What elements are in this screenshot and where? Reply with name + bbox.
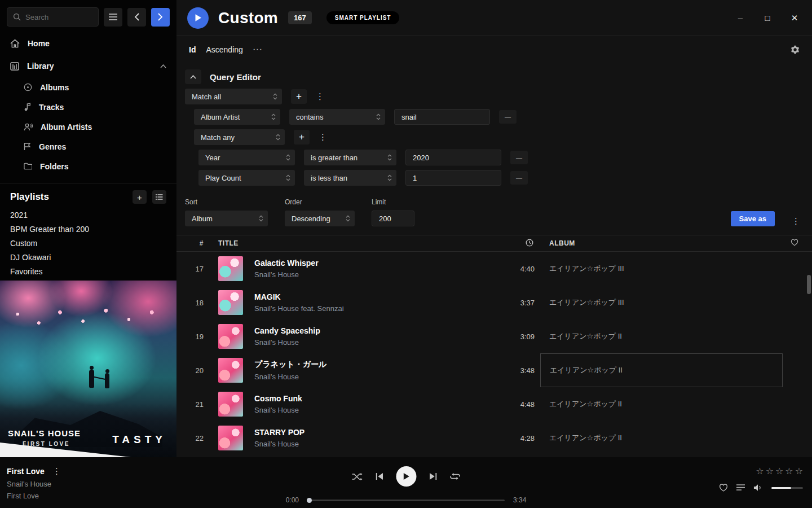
match-mode-select[interactable]: Match any [194, 129, 285, 145]
rule-value-input[interactable] [394, 109, 490, 125]
track-artwork-thumbnail [218, 290, 243, 315]
track-artist: Snail's House [254, 270, 489, 279]
add-rule-button[interactable]: + [291, 89, 307, 104]
playlist-list-button[interactable] [152, 190, 166, 204]
track-row[interactable]: 21 Cosmo Funk Snail's House 4:48 エイリアン☆ポ… [176, 387, 812, 421]
track-info: MAGIK Snail's House feat. Sennzai [244, 292, 489, 313]
group-menu-button[interactable]: ⋮ [316, 91, 324, 102]
close-button[interactable]: ✕ [789, 13, 800, 23]
query-order-select[interactable]: Descending [285, 211, 355, 226]
settings-button[interactable] [789, 45, 800, 55]
shuffle-button[interactable] [352, 472, 363, 481]
remove-rule-button[interactable]: — [499, 110, 517, 124]
save-as-button[interactable]: Save as [731, 211, 775, 226]
now-playing-artist[interactable]: Snail's House [7, 480, 60, 488]
track-artwork-thumbnail [218, 426, 243, 450]
query-limit-input[interactable] [372, 211, 414, 226]
player-bar: First Love ⋮ Snail's House First Love [0, 457, 812, 508]
column-index[interactable]: # [176, 239, 208, 247]
rule-value-input[interactable] [405, 170, 501, 186]
now-playing-album[interactable]: First Love [7, 492, 60, 500]
rule-operator-select[interactable]: is less than [304, 170, 396, 186]
scrollbar-thumb[interactable] [807, 275, 811, 294]
seek-knob[interactable] [307, 498, 312, 503]
next-track-button[interactable] [429, 472, 438, 480]
volume-icon[interactable] [753, 484, 763, 492]
track-number: 21 [176, 400, 208, 409]
rule-field-select[interactable]: Year [198, 150, 295, 165]
now-playing-menu-button[interactable]: ⋮ [52, 466, 60, 476]
add-rule-button[interactable]: + [294, 130, 310, 144]
sidebar-item-folders[interactable]: Folders [0, 156, 176, 176]
column-title[interactable]: TITLE [208, 239, 489, 247]
search-input[interactable] [25, 13, 87, 21]
playlist-item[interactable]: Custom [0, 237, 176, 251]
star-icon[interactable]: ☆ [785, 466, 793, 476]
queue-icon[interactable] [736, 484, 745, 491]
rule-value-input[interactable] [405, 150, 501, 165]
playlist-item[interactable]: BPM Greater than 200 [0, 222, 176, 237]
favorite-heart-icon[interactable] [719, 484, 728, 492]
seek-slider[interactable] [307, 500, 505, 501]
collapse-query-editor-button[interactable] [185, 69, 201, 84]
sidebar-item-home[interactable]: Home [0, 32, 176, 55]
rule-field-select[interactable]: Album Artist [194, 109, 280, 125]
now-playing-title[interactable]: First Love [7, 467, 45, 476]
minimize-button[interactable]: – [735, 13, 745, 23]
duration-column-clock-icon[interactable] [489, 239, 540, 248]
playlist-item[interactable]: 2021 [0, 208, 176, 222]
back-button[interactable] [127, 8, 146, 27]
sort-field-button[interactable]: Id [189, 45, 196, 54]
track-row[interactable]: 20 プラネット・ガール Snail's House 3:48 エイリアン☆ポッ… [176, 353, 812, 387]
sidebar-item-tracks[interactable]: Tracks [0, 97, 176, 117]
playlist-item[interactable]: DJ Okawari [0, 251, 176, 265]
remove-rule-button[interactable]: — [510, 151, 528, 164]
play-playlist-button[interactable] [187, 7, 209, 29]
maximize-button[interactable]: □ [762, 13, 773, 23]
select-value: Descending [292, 214, 330, 223]
match-mode-select[interactable]: Match all [185, 89, 282, 104]
track-row[interactable]: 19 Candy Spaceship Snail's House 3:09 エイ… [176, 319, 812, 353]
repeat-button[interactable] [450, 472, 461, 481]
track-list-scrollbar[interactable] [807, 260, 811, 456]
star-icon[interactable]: ☆ [795, 466, 804, 476]
forward-button[interactable] [151, 8, 170, 27]
rule-operator-select[interactable]: is greater than [304, 150, 396, 165]
star-icon[interactable]: ☆ [766, 466, 774, 476]
chevron-up-icon[interactable] [160, 64, 166, 68]
volume-slider[interactable] [771, 487, 803, 489]
play-pause-button[interactable] [396, 466, 417, 487]
remove-rule-button[interactable]: — [510, 171, 528, 185]
add-playlist-button[interactable]: + [133, 190, 147, 204]
track-count-badge: 167 [288, 11, 312, 24]
track-row[interactable]: 22 STARRY POP Snail's House 4:28 エイリアン☆ポ… [176, 421, 812, 455]
track-row[interactable]: 17 Galactic Whisper Snail's House 4:40 エ… [176, 252, 812, 286]
sidebar-item-library[interactable]: Library [0, 55, 176, 77]
now-playing-artwork[interactable]: SNAIL'S HOUSE FIRST LOVE TASTY [0, 281, 176, 457]
query-menu-button[interactable]: ⋮ [792, 216, 800, 226]
track-artist: Snail's House [254, 406, 489, 414]
sort-direction-button[interactable]: Ascending [206, 45, 242, 54]
sidebar-item-albums[interactable]: Albums [0, 77, 176, 97]
more-options-button[interactable]: ··· [253, 45, 263, 54]
column-album[interactable]: ALBUM [540, 239, 783, 247]
rule-field-select[interactable]: Play Count [198, 170, 295, 186]
favorite-column-heart-icon[interactable] [783, 239, 812, 248]
track-row[interactable]: 18 MAGIK Snail's House feat. Sennzai 3:3… [176, 286, 812, 319]
search-box[interactable] [7, 7, 99, 27]
sidebar-item-genres[interactable]: Genres [0, 137, 176, 156]
track-album-focused[interactable]: エイリアン☆ポップ II [540, 353, 783, 387]
flag-icon [24, 142, 31, 151]
query-sort-select[interactable]: Album [185, 211, 268, 226]
track-duration: 4:28 [489, 434, 540, 443]
star-icon[interactable]: ☆ [775, 466, 784, 476]
track-info: Cosmo Funk Snail's House [244, 394, 489, 414]
track-number: 18 [176, 299, 208, 307]
previous-track-button[interactable] [376, 472, 384, 480]
star-icon[interactable]: ☆ [756, 466, 764, 476]
sidebar-item-album-artists[interactable]: Album Artists [0, 117, 176, 137]
playlist-item[interactable]: Favorites [0, 265, 176, 279]
rule-operator-select[interactable]: contains [289, 109, 385, 125]
group-menu-button[interactable]: ⋮ [319, 132, 326, 142]
menu-button[interactable] [104, 8, 122, 27]
